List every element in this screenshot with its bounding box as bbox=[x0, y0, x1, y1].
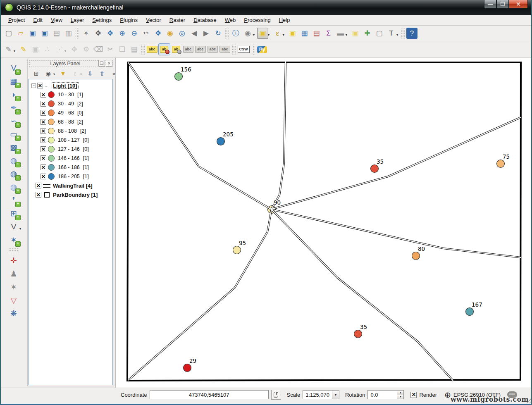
chevron-down-icon[interactable]: ▾ bbox=[268, 33, 270, 37]
chevron-down-icon[interactable]: ▾ bbox=[283, 33, 284, 37]
menu-view[interactable]: View bbox=[47, 16, 67, 24]
add-mssql-layer-button[interactable]: ∽ bbox=[7, 114, 20, 127]
gps-tools-button[interactable]: ✶ bbox=[7, 281, 20, 293]
class-symbol-circle[interactable] bbox=[48, 119, 55, 125]
close-button[interactable]: ✕ bbox=[509, 0, 528, 9]
legend-class-row[interactable]: ×30 - 49[2] bbox=[41, 99, 112, 108]
identify-features-button[interactable]: ⓘ bbox=[230, 28, 241, 39]
lasso-digitize-button[interactable]: ▽ bbox=[7, 294, 20, 306]
layer-name-parkboundary[interactable]: ParkBoundary [1] bbox=[53, 192, 98, 198]
zoom-next-button[interactable]: ▶ bbox=[200, 28, 212, 39]
select-features-button[interactable]: ▣▾ bbox=[257, 28, 268, 39]
current-edits-button[interactable]: ✎▾ bbox=[3, 44, 14, 55]
layer-name-light[interactable]: Light [10] bbox=[52, 83, 78, 89]
collapse-all-button[interactable]: ⇧ bbox=[96, 69, 107, 78]
panel-close-button[interactable]: × bbox=[106, 60, 112, 67]
label-show-hide-button[interactable]: abc bbox=[183, 44, 194, 55]
menu-project[interactable]: Project bbox=[4, 16, 29, 24]
gps-tracking-button[interactable]: ✛ bbox=[7, 254, 20, 267]
scale-combo[interactable]: 1:125,070 ▼ bbox=[303, 390, 339, 399]
legend-class-row[interactable]: ×127 - 146[0] bbox=[41, 145, 112, 154]
zoom-full-button[interactable]: ✥ bbox=[153, 28, 164, 39]
legend-class-row[interactable]: ×49 - 68[0] bbox=[41, 108, 112, 117]
map-point[interactable] bbox=[354, 330, 362, 338]
zoom-in-button[interactable]: ⊕ bbox=[117, 28, 128, 39]
chevron-down-icon[interactable]: ▾ bbox=[253, 33, 255, 37]
new-bookmark-button[interactable]: ✚ bbox=[362, 28, 373, 39]
menu-settings[interactable]: Settings bbox=[88, 16, 116, 24]
touch-zoom-pan-button[interactable]: ⌖ bbox=[81, 28, 92, 39]
python-console-button[interactable]: Py bbox=[257, 44, 268, 55]
metasearch-csw-button[interactable]: CSW bbox=[237, 44, 250, 55]
map-point[interactable] bbox=[497, 160, 505, 168]
spin-down-icon[interactable]: ▼ bbox=[397, 395, 403, 399]
composer-manager-button[interactable]: ▥ bbox=[63, 28, 74, 39]
layer-checkbox[interactable]: × bbox=[41, 155, 46, 161]
help-button[interactable]: ? bbox=[406, 28, 417, 39]
new-shapefile-layer-button[interactable]: ⊞ bbox=[7, 207, 20, 219]
open-project-button[interactable]: ▱ bbox=[15, 28, 26, 39]
coordinate-input[interactable] bbox=[150, 390, 269, 399]
menu-help[interactable]: Help bbox=[275, 16, 294, 24]
select-by-expression-button[interactable]: ε▾ bbox=[272, 28, 283, 39]
new-memory-layer-button[interactable]: V▾ bbox=[7, 220, 20, 233]
class-symbol-circle[interactable] bbox=[48, 146, 55, 152]
label-highlight-pinned-button[interactable]: ab bbox=[171, 44, 182, 55]
rotation-spinbox[interactable]: 0.0 ▲▼ bbox=[367, 390, 404, 399]
layer-checkbox[interactable]: × bbox=[41, 146, 46, 152]
map-point[interactable] bbox=[412, 252, 420, 260]
new-project-button[interactable]: ▢ bbox=[3, 28, 14, 39]
chevron-down-icon[interactable]: ▾ bbox=[19, 227, 21, 231]
class-symbol-circle[interactable] bbox=[48, 128, 55, 134]
toggle-editing-button[interactable]: ✎ bbox=[18, 44, 29, 55]
class-symbol-circle[interactable] bbox=[48, 164, 55, 171]
field-calculator-button[interactable]: ▤ bbox=[311, 28, 322, 39]
layer-checkbox[interactable]: × bbox=[41, 92, 46, 98]
legend-class-row[interactable]: ×146 - 166[1] bbox=[41, 154, 112, 163]
save-project-as-button[interactable]: ▣ bbox=[39, 28, 50, 39]
survey-tool-button[interactable]: ♟ bbox=[7, 267, 20, 280]
label-move-button[interactable]: abc bbox=[195, 44, 206, 55]
map-point[interactable] bbox=[371, 165, 379, 173]
rotation-spin-buttons[interactable]: ▲▼ bbox=[397, 391, 403, 399]
deselect-all-button[interactable]: ▣ bbox=[287, 28, 298, 39]
render-checkbox[interactable]: × bbox=[410, 392, 417, 398]
legend-class-row[interactable]: ×68 - 88[2] bbox=[41, 117, 112, 126]
map-point[interactable] bbox=[217, 138, 225, 145]
manage-visibility-button[interactable]: ◉▾ bbox=[43, 69, 54, 78]
add-wfs-layer-button[interactable]: ❜ bbox=[7, 194, 20, 206]
add-wcs-layer-button[interactable]: ◍ bbox=[7, 181, 20, 193]
add-vector-layer-button[interactable]: V bbox=[7, 62, 20, 74]
layers-panel-header[interactable]: Layers Panel ❐ × bbox=[28, 59, 114, 68]
pan-to-selection-button[interactable]: ✥ bbox=[105, 28, 116, 39]
expand-all-button[interactable]: ⇩ bbox=[84, 69, 95, 78]
minimize-button[interactable]: — bbox=[484, 0, 496, 9]
layer-checkbox[interactable]: × bbox=[41, 164, 46, 170]
gpx-layer-button[interactable]: ✶ bbox=[7, 233, 20, 246]
map-canvas[interactable]: 90156205357595801673529 bbox=[115, 58, 532, 389]
statistical-summary-button[interactable]: Σ bbox=[323, 28, 334, 39]
zoom-native-button[interactable]: 1:1 bbox=[141, 28, 152, 39]
new-print-composer-button[interactable]: ▤ bbox=[51, 28, 62, 39]
mouse-position-toggle-button[interactable] bbox=[271, 390, 281, 400]
layer-row-light[interactable]: −×∴Light [10] bbox=[31, 81, 112, 90]
layer-checkbox[interactable]: × bbox=[41, 137, 46, 143]
layer-checkbox[interactable]: × bbox=[41, 174, 46, 179]
menu-web[interactable]: Web bbox=[221, 16, 240, 24]
class-symbol-circle[interactable] bbox=[48, 100, 55, 107]
measure-button[interactable]: ▬▾ bbox=[335, 28, 346, 39]
geometry-checker-button[interactable]: ❋ bbox=[7, 307, 20, 319]
class-symbol-circle[interactable] bbox=[48, 137, 55, 143]
expander-icon[interactable]: − bbox=[31, 83, 36, 88]
add-raster-layer-button[interactable]: ▦ bbox=[7, 75, 20, 87]
legend-class-row[interactable]: ×166 - 186[1] bbox=[41, 163, 112, 172]
layer-checkbox[interactable]: × bbox=[41, 128, 46, 134]
layer-name-walkingtrail[interactable]: WalkingTrail [4] bbox=[53, 183, 93, 189]
chevron-down-icon[interactable]: ▾ bbox=[14, 50, 15, 53]
map-point[interactable] bbox=[184, 364, 191, 372]
layer-checkbox[interactable]: × bbox=[36, 192, 41, 198]
chevron-down-icon[interactable]: ▾ bbox=[346, 33, 347, 37]
map-point[interactable] bbox=[233, 246, 241, 254]
layer-checkbox[interactable]: × bbox=[41, 119, 46, 125]
zoom-to-layer-button[interactable]: ◉ bbox=[165, 28, 176, 39]
